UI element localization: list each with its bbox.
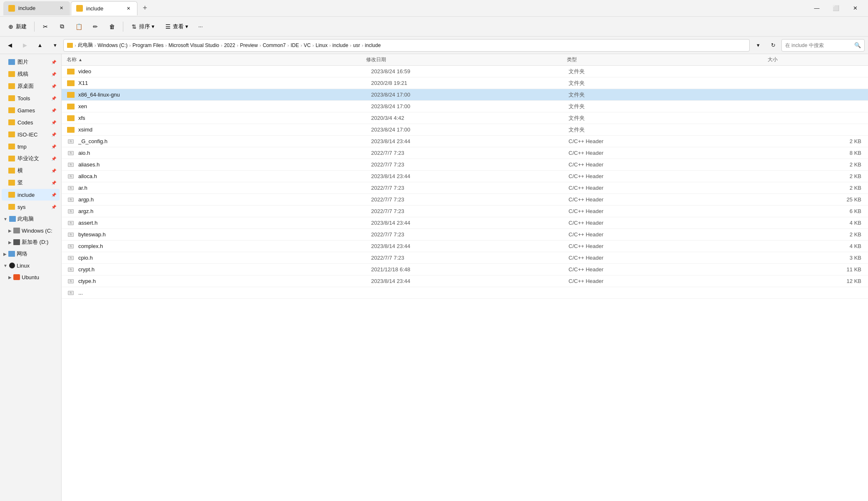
tab-2-close[interactable]: ✕ (125, 5, 132, 12)
sidebar-section-linux[interactable]: ▼ Linux (0, 260, 61, 271)
cut-button[interactable]: ✂ (38, 21, 53, 32)
file-name: cpio.h (75, 255, 368, 261)
sidebar-item-shu[interactable]: 竖 📌 (2, 177, 60, 188)
more-button[interactable]: ··· (194, 21, 207, 32)
tab-1-close[interactable]: ✕ (57, 5, 65, 12)
table-row[interactable]: haio.h2022/7/7 7:23C/C++ Header8 KB (62, 147, 868, 159)
sidebar-item-pictures[interactable]: 图片 📌 (2, 56, 60, 68)
file-name: argp.h (75, 196, 368, 203)
view-button[interactable]: ☰ 查看 ▾ (160, 20, 192, 33)
sidebar-item-games[interactable]: Games 📌 (2, 104, 60, 116)
table-row[interactable]: xfs2020/3/4 4:42文件夹 (62, 112, 868, 124)
breadcrumb-ide[interactable]: IDE (291, 42, 299, 48)
up-button[interactable]: ▲ (33, 39, 47, 52)
sidebar-label-shu: 竖 (17, 179, 23, 186)
paste-button[interactable]: 📋 (71, 21, 86, 32)
sidebar-item-thesis[interactable]: 毕业论文 📌 (2, 153, 60, 164)
minimize-button[interactable]: — (807, 0, 826, 17)
breadcrumb[interactable]: › 此电脑 › Windows (C:) › Program Files › M… (63, 39, 750, 52)
tab-1[interactable]: include ✕ (3, 1, 70, 15)
delete-button[interactable]: 🗑 (105, 21, 120, 32)
breadcrumb-common7[interactable]: Common7 (263, 42, 286, 48)
table-row[interactable]: video2023/8/24 16:59文件夹 (62, 66, 868, 77)
copy-button[interactable]: ⧉ (55, 21, 70, 32)
sidebar-item-drafts[interactable]: 残稿 📌 (2, 68, 60, 80)
table-row[interactable]: hargp.h2022/7/7 7:23C/C++ Header25 KB (62, 194, 868, 206)
rename-icon: ✏ (92, 23, 99, 30)
sidebar-item-sys[interactable]: sys 📌 (2, 201, 60, 213)
rename-button[interactable]: ✏ (88, 21, 103, 32)
table-row[interactable]: hassert.h2023/8/14 23:44C/C++ Header4 KB (62, 217, 868, 229)
table-row[interactable]: hcomplex.h2023/8/14 23:44C/C++ Header4 K… (62, 241, 868, 252)
sidebar-item-include[interactable]: include 📌 (2, 189, 60, 201)
file-date: 2023/8/14 23:44 (368, 173, 565, 179)
table-row[interactable]: haliases.h2022/7/7 7:23C/C++ Header2 KB (62, 159, 868, 171)
breadcrumb-linux[interactable]: Linux (316, 42, 328, 48)
address-dropdown-button[interactable]: ▾ (751, 39, 765, 52)
table-row[interactable]: hctype.h2023/8/14 23:44C/C++ Header12 KB (62, 275, 868, 287)
sort-chevron: ▾ (152, 23, 155, 30)
table-row[interactable]: x86_64-linux-gnu2023/8/24 17:00文件夹 (62, 89, 868, 101)
col-header-name[interactable]: 名称 ▲ (62, 56, 363, 63)
sort-button[interactable]: ⇅ 排序 ▾ (127, 20, 159, 33)
file-date: 2023/8/24 17:00 (368, 126, 565, 133)
tab-2-folder-icon (76, 5, 83, 12)
search-input[interactable] (785, 42, 853, 48)
table-row[interactable]: hbyteswap.h2022/7/7 7:23C/C++ Header2 KB (62, 229, 868, 241)
file-icon: h (67, 255, 75, 261)
tab-1-label: include (18, 5, 35, 11)
table-row[interactable]: har.h2022/7/7 7:23C/C++ Header2 KB (62, 182, 868, 194)
col-header-type[interactable]: 类型 (564, 56, 764, 63)
restore-button[interactable]: ⬜ (826, 0, 846, 17)
breadcrumb-program-files[interactable]: Program Files (132, 42, 164, 48)
search-box[interactable]: 🔍 (781, 39, 865, 52)
sidebar-item-tools[interactable]: Tools 📌 (2, 92, 60, 104)
recent-button[interactable]: ▾ (48, 39, 62, 52)
breadcrumb-include2[interactable]: include (365, 42, 381, 48)
sidebar-section-windows[interactable]: ▶ Windows (C: (0, 225, 61, 236)
sidebar-section-ubuntu[interactable]: ▶ Ubuntu (0, 271, 61, 283)
sidebar-item-codes[interactable]: Codes 📌 (2, 117, 60, 128)
breadcrumb-vs[interactable]: Microsoft Visual Studio (168, 42, 219, 48)
file-type: C/C++ Header (565, 255, 763, 261)
breadcrumb-2022[interactable]: 2022 (224, 42, 235, 48)
breadcrumb-preview[interactable]: Preview (240, 42, 258, 48)
sidebar-item-heng[interactable]: 横 📌 (2, 165, 60, 176)
table-row[interactable]: hcpio.h2022/7/7 7:23C/C++ Header3 KB (62, 252, 868, 264)
linux-icon (9, 263, 15, 268)
breadcrumb-vc[interactable]: VC (304, 42, 311, 48)
sidebar-section-network[interactable]: ▶ 网络 (0, 248, 61, 260)
table-row[interactable]: X112020/2/8 19:21文件夹 (62, 77, 868, 89)
tab-2[interactable]: include ✕ (71, 1, 137, 15)
breadcrumb-include1[interactable]: include (332, 42, 348, 48)
col-header-date[interactable]: 修改日期 (363, 56, 564, 63)
forward-button[interactable]: ▶ (18, 39, 32, 52)
table-row[interactable]: hargz.h2022/7/7 7:23C/C++ Header6 KB (62, 206, 868, 217)
sidebar-section-d-drive[interactable]: ▶ 新加卷 (D:) (0, 236, 61, 248)
refresh-button[interactable]: ↻ (766, 39, 780, 52)
table-row[interactable]: xen2023/8/24 17:00文件夹 (62, 101, 868, 112)
col-header-size[interactable]: 大小 (764, 56, 868, 63)
sidebar-item-tmp[interactable]: tmp 📌 (2, 141, 60, 152)
table-row[interactable]: halloca.h2023/8/14 23:44C/C++ Header2 KB (62, 171, 868, 182)
table-row[interactable]: hcrypt.h2021/12/18 6:48C/C++ Header11 KB (62, 264, 868, 275)
sidebar-label-include: include (17, 192, 35, 198)
sidebar-item-desktop[interactable]: 原桌面 📌 (2, 80, 60, 92)
file-icon: h (67, 196, 75, 203)
sidebar-item-iso-iec[interactable]: ISO-IEC 📌 (2, 129, 60, 140)
folder-icon (67, 80, 75, 87)
table-row[interactable]: xsimd2023/8/24 17:00文件夹 (62, 124, 868, 136)
table-row[interactable]: h_G_config.h2023/8/14 23:44C/C++ Header2… (62, 136, 868, 147)
close-button[interactable]: ✕ (846, 0, 865, 17)
file-size: 4 KB (763, 220, 868, 226)
breadcrumb-usr[interactable]: usr (353, 42, 360, 48)
filelist-container: 名称 ▲ 修改日期 类型 大小 video2023/8/24 16:59文件夹X… (62, 54, 868, 501)
breadcrumb-drive[interactable]: Windows (C:) (97, 42, 127, 48)
new-button[interactable]: ⊕ 新建 (3, 20, 31, 33)
back-button[interactable]: ◀ (3, 39, 17, 52)
breadcrumb-computer[interactable]: 此电脑 (78, 42, 93, 49)
new-tab-button[interactable]: + (138, 2, 152, 15)
breadcrumb-folder-icon-wrap (67, 43, 73, 48)
sidebar-section-computer[interactable]: ▼ 此电脑 (0, 213, 61, 225)
table-row[interactable]: h... (62, 287, 868, 299)
